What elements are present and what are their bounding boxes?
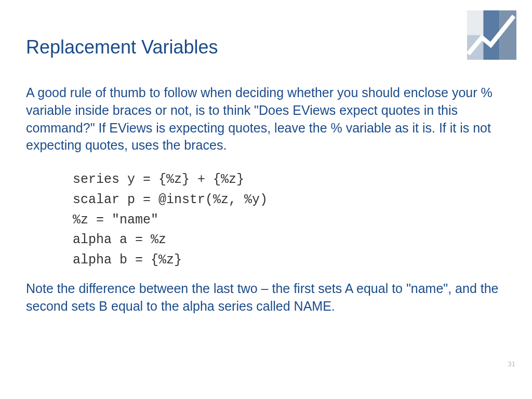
chart-logo-icon (467, 10, 516, 60)
page-number: 31 (508, 360, 515, 368)
body-paragraph-1: A good rule of thumb to follow when deci… (26, 84, 506, 154)
code-line: %z = "name" (73, 210, 506, 231)
slide-container: Replacement Variables A good rule of thu… (0, 0, 532, 399)
code-line: alpha b = {%z} (73, 250, 506, 271)
code-line: series y = {%z} + {%z} (73, 170, 506, 190)
body-paragraph-2: Note the difference between the last two… (26, 280, 506, 315)
slide-title: Replacement Variables (26, 36, 506, 58)
svg-rect-0 (467, 10, 483, 35)
code-block: series y = {%z} + {%z}scalar p = @instr(… (73, 170, 506, 271)
code-line: scalar p = @instr(%z, %y) (73, 190, 506, 210)
code-line: alpha a = %z (73, 230, 506, 250)
